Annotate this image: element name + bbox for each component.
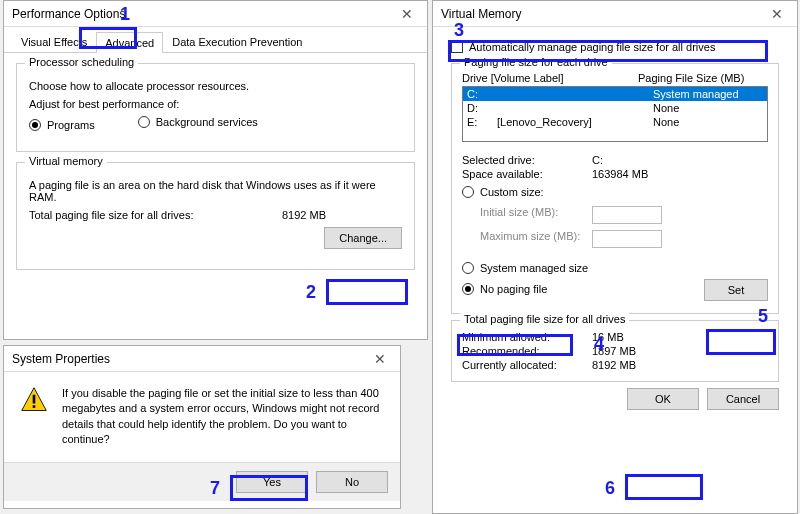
auto-manage-checkbox[interactable]: Automatically manage paging file size fo… — [451, 41, 715, 53]
custom-size-label: Custom size: — [480, 186, 544, 198]
radio-programs-label: Programs — [47, 119, 95, 131]
tab-dep[interactable]: Data Execution Prevention — [163, 31, 311, 52]
sched-legend: Processor scheduling — [25, 56, 138, 68]
checkbox-icon — [451, 41, 463, 53]
close-icon[interactable]: ✕ — [387, 1, 427, 27]
drive-header: Drive [Volume Label] — [462, 72, 638, 84]
perf-title: Performance Options — [12, 7, 125, 21]
radio-dot-icon — [462, 283, 474, 295]
change-button[interactable]: Change... — [324, 227, 402, 249]
max-size-label: Maximum size (MB): — [462, 230, 592, 248]
ok-button[interactable]: OK — [627, 388, 699, 410]
cancel-button[interactable]: Cancel — [707, 388, 779, 410]
processor-scheduling-group: Processor scheduling Choose how to alloc… — [16, 63, 415, 152]
radio-bgservices[interactable]: Background services — [138, 116, 258, 128]
size-header: Paging File Size (MB) — [638, 72, 768, 84]
drive-row-c[interactable]: C: System managed — [463, 87, 767, 101]
sysprop-body: If you disable the paging file or set th… — [4, 372, 400, 462]
vm-legend: Virtual memory — [25, 155, 107, 167]
sel-drive-label: Selected drive: — [462, 154, 592, 166]
radio-bgservices-label: Background services — [156, 116, 258, 128]
radio-custom-size[interactable]: Custom size: — [462, 186, 544, 198]
radio-dot-icon — [29, 119, 41, 131]
tab-advanced[interactable]: Advanced — [96, 32, 163, 53]
system-properties-dialog: System Properties ✕ If you disable the p… — [3, 345, 401, 509]
sched-desc: Choose how to allocate processor resourc… — [29, 80, 402, 92]
no-paging-label: No paging file — [480, 283, 547, 295]
virtual-memory-group: Virtual memory A paging file is an area … — [16, 162, 415, 270]
drive-row-d[interactable]: D: None — [463, 101, 767, 115]
perf-titlebar: Performance Options ✕ — [4, 1, 427, 27]
sel-drive-value: C: — [592, 154, 603, 166]
performance-options-window: Performance Options ✕ Visual Effects Adv… — [3, 0, 428, 340]
tab-visual-effects[interactable]: Visual Effects — [12, 31, 96, 52]
cur-label: Currently allocated: — [462, 359, 592, 371]
system-managed-label: System managed size — [480, 262, 588, 274]
sysprop-titlebar: System Properties ✕ — [4, 346, 400, 372]
sysprop-buttons: Yes No — [4, 462, 400, 501]
drive-list[interactable]: C: System managed D: None E: [Lenovo_Rec… — [462, 86, 768, 142]
close-icon[interactable]: ✕ — [360, 346, 400, 372]
radio-dot-icon — [462, 262, 474, 274]
perf-tabs: Visual Effects Advanced Data Execution P… — [4, 27, 427, 53]
per-drive-legend: Paging file size for each drive — [460, 56, 612, 68]
max-size-input[interactable] — [592, 230, 662, 248]
vmem-titlebar: Virtual Memory ✕ — [433, 1, 797, 27]
space-label: Space available: — [462, 168, 592, 180]
radio-dot-icon — [462, 186, 474, 198]
sysprop-message: If you disable the paging file or set th… — [62, 386, 384, 448]
no-button[interactable]: No — [316, 471, 388, 493]
set-button[interactable]: Set — [704, 279, 768, 301]
per-drive-group: Paging file size for each drive Drive [V… — [451, 63, 779, 314]
radio-dot-icon — [138, 116, 150, 128]
svg-rect-2 — [33, 405, 36, 408]
init-size-label: Initial size (MB): — [462, 206, 592, 224]
totals-group: Total paging file size for all drives Mi… — [451, 320, 779, 382]
radio-programs[interactable]: Programs — [29, 119, 95, 131]
radio-no-paging-file[interactable]: No paging file — [462, 283, 547, 295]
sched-adjust: Adjust for best performance of: — [29, 98, 402, 110]
rec-label: Recommended: — [462, 345, 592, 357]
vm-desc: A paging file is an area on the hard dis… — [29, 179, 402, 203]
initial-size-input[interactable] — [592, 206, 662, 224]
totals-legend: Total paging file size for all drives — [460, 313, 629, 325]
vm-total-value: 8192 MB — [282, 209, 402, 221]
yes-button[interactable]: Yes — [236, 471, 308, 493]
vmem-title: Virtual Memory — [441, 7, 521, 21]
close-icon[interactable]: ✕ — [757, 1, 797, 27]
space-value: 163984 MB — [592, 168, 648, 180]
sysprop-title: System Properties — [12, 352, 110, 366]
min-value: 16 MB — [592, 331, 624, 343]
vm-total-label: Total paging file size for all drives: — [29, 209, 282, 221]
svg-rect-1 — [33, 395, 36, 404]
min-label: Minimum allowed: — [462, 331, 592, 343]
virtual-memory-window: Virtual Memory ✕ Automatically manage pa… — [432, 0, 798, 514]
drive-row-e[interactable]: E: [Lenovo_Recovery] None — [463, 115, 767, 129]
rec-value: 1897 MB — [592, 345, 636, 357]
auto-manage-label: Automatically manage paging file size fo… — [469, 41, 715, 53]
warning-icon — [20, 386, 48, 414]
cur-value: 8192 MB — [592, 359, 636, 371]
radio-system-managed[interactable]: System managed size — [462, 262, 588, 274]
